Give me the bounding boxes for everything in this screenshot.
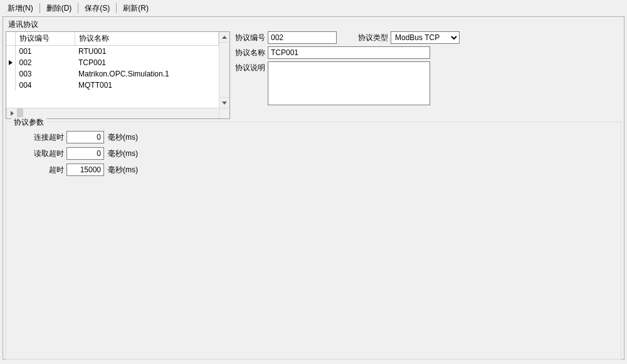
toolbar-separator <box>116 3 117 13</box>
scroll-down-button[interactable] <box>219 97 229 108</box>
conn-timeout-unit: 毫秒(ms) <box>108 132 138 143</box>
table-row[interactable]: 002TCP001 <box>6 57 219 68</box>
table-row[interactable]: 004MQTT001 <box>6 80 219 91</box>
cell-name[interactable]: TCP001 <box>75 57 219 68</box>
section-title: 通讯协议 <box>8 19 621 30</box>
type-select[interactable]: ModBus TCP <box>391 31 460 44</box>
row-indicator <box>6 80 15 91</box>
save-button[interactable]: 保存(S) <box>81 2 113 15</box>
cell-name[interactable]: Matrikon.OPC.Simulation.1 <box>75 68 219 80</box>
arrow-down-icon <box>222 101 227 105</box>
cell-code[interactable]: 003 <box>15 68 75 80</box>
params-title: 协议参数 <box>11 117 46 128</box>
cell-code[interactable]: 001 <box>15 46 75 57</box>
scrollbar-corner <box>219 108 229 118</box>
cell-name[interactable]: MQTT001 <box>75 80 219 91</box>
grid-col-code[interactable]: 协议编号 <box>15 32 75 46</box>
delete-button[interactable]: 删除(D) <box>43 2 76 15</box>
code-input[interactable] <box>268 31 337 44</box>
row-indicator <box>6 57 15 68</box>
cell-code[interactable]: 002 <box>15 57 75 68</box>
protocol-grid[interactable]: 协议编号 协议名称 001RTU001002TCP001003Matrikon.… <box>6 31 230 119</box>
read-timeout-label: 读取超时 <box>14 148 66 159</box>
arrow-up-icon <box>222 36 227 39</box>
refresh-button[interactable]: 刷新(R) <box>119 2 152 15</box>
current-row-icon <box>9 60 13 65</box>
timeout-label: 超时 <box>14 165 66 175</box>
add-button[interactable]: 新增(N) <box>4 2 37 15</box>
grid-vertical-scrollbar[interactable] <box>219 32 229 108</box>
table-row[interactable]: 001RTU001 <box>6 46 219 57</box>
cell-code[interactable]: 004 <box>15 80 75 91</box>
toolbar: 新增(N) 删除(D) 保存(S) 刷新(R) <box>0 0 627 16</box>
name-label: 协议名称 <box>235 46 268 58</box>
row-indicator <box>6 68 15 80</box>
read-timeout-input[interactable] <box>66 147 104 160</box>
type-label: 协议类型 <box>358 31 391 43</box>
params-group: 协议参数 连接超时 毫秒(ms) 读取超时 毫秒(ms) 超时 毫秒(ms) <box>6 122 621 360</box>
read-timeout-unit: 毫秒(ms) <box>108 148 138 159</box>
timeout-unit: 毫秒(ms) <box>108 165 138 175</box>
conn-timeout-label: 连接超时 <box>14 132 66 143</box>
code-label: 协议编号 <box>235 31 268 43</box>
scroll-up-button[interactable] <box>219 32 229 43</box>
arrow-right-icon <box>11 111 14 116</box>
row-indicator <box>6 46 15 57</box>
timeout-input[interactable] <box>66 164 104 176</box>
grid-col-name[interactable]: 协议名称 <box>75 32 219 46</box>
cell-name[interactable]: RTU001 <box>75 46 219 57</box>
main-panel: 通讯协议 协议编号 协议名称 001RTU001002TCP001003Matr… <box>3 16 624 360</box>
conn-timeout-input[interactable] <box>66 131 104 143</box>
toolbar-separator <box>40 3 40 13</box>
toolbar-separator <box>78 3 78 13</box>
name-input[interactable] <box>268 46 430 59</box>
table-row[interactable]: 003Matrikon.OPC.Simulation.1 <box>6 68 219 80</box>
desc-label: 协议说明 <box>235 61 268 73</box>
desc-input[interactable] <box>268 61 430 105</box>
grid-row-header <box>6 32 15 46</box>
detail-form: 协议编号 协议类型 ModBus TCP 协议名称 协议说明 <box>235 31 460 119</box>
